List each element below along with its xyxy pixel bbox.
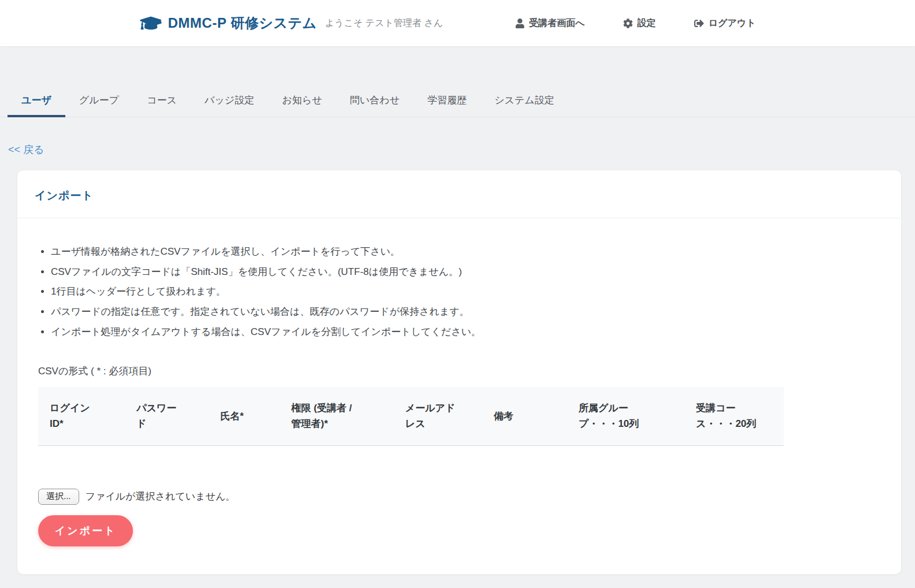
csv-col-password: パスワー ド <box>125 387 209 445</box>
header-inner: DMMC-P 研修システム ようこそ テスト管理者 さん 受講者画面へ 設定 ロ… <box>140 0 776 46</box>
file-input-row: 選択... ファイルが選択されていません。 <box>38 489 880 505</box>
tab-system-settings[interactable]: システム設定 <box>480 81 568 117</box>
instructions-list: ユーザ情報が格納されたCSVファイルを選択し、インポートを行って下さい。 CSV… <box>38 245 880 339</box>
gear-icon <box>623 18 633 28</box>
app-header: DMMC-P 研修システム ようこそ テスト管理者 さん 受講者画面へ 設定 ロ… <box>0 0 915 46</box>
tab-groups[interactable]: グループ <box>65 81 133 117</box>
csv-format-label: CSVの形式 ( * : 必須項目) <box>38 364 880 378</box>
csv-col-role: 権限 (受講者 / 管理者)* <box>280 387 394 445</box>
import-button[interactable]: インポート <box>38 515 133 546</box>
card-body: ユーザ情報が格納されたCSVファイルを選択し、インポートを行って下さい。 CSV… <box>17 218 901 574</box>
instruction-item: インポート処理がタイムアウトする場合は、CSVファイルを分割してインポートしてく… <box>51 325 880 340</box>
tab-badge-settings[interactable]: バッジ設定 <box>191 81 268 117</box>
header-nav: 受講者画面へ 設定 ログアウト <box>516 17 775 29</box>
csv-col-courses: 受講コー ス・・・20列 <box>684 387 784 445</box>
nav-label-logout: ログアウト <box>709 17 756 29</box>
nav-item-logout[interactable]: ログアウト <box>694 17 756 29</box>
app-title: DMMC-P 研修システム <box>168 14 317 32</box>
csv-col-groups: 所属グルー プ・・・10列 <box>567 387 684 445</box>
graduation-cap-icon <box>140 14 162 32</box>
user-icon <box>516 18 524 28</box>
instruction-item: ユーザ情報が格納されたCSVファイルを選択し、インポートを行って下さい。 <box>51 245 880 259</box>
back-link[interactable]: << 戻る <box>8 143 44 157</box>
main-tabbar: ユーザ グループ コース バッジ設定 お知らせ 問い合わせ 学習履歴 システム設… <box>0 81 915 117</box>
nav-label-settings: 設定 <box>638 17 656 29</box>
csv-col-login-id: ログイン ID* <box>38 387 125 445</box>
card-title: インポート <box>35 189 884 203</box>
tab-announcements[interactable]: お知らせ <box>268 81 336 117</box>
instruction-item: パスワードの指定は任意です。指定されていない場合は、既存のパスワードが保持されま… <box>51 305 880 319</box>
file-select-button[interactable]: 選択... <box>38 489 79 505</box>
tab-inquiries[interactable]: 問い合わせ <box>336 81 413 117</box>
tab-learning-history[interactable]: 学習履歴 <box>413 81 480 117</box>
logout-icon <box>694 18 704 28</box>
card-header: インポート <box>17 170 901 218</box>
csv-header-row: ログイン ID* パスワー ド 氏名* 権限 (受講者 / 管理者)* メールア… <box>38 387 784 445</box>
nav-item-student-screen[interactable]: 受講者画面へ <box>516 17 584 29</box>
instruction-item: 1行目はヘッダー行として扱われます。 <box>51 285 880 299</box>
instruction-item: CSVファイルの文字コードは「Shift-JIS」を使用してください。(UTF-… <box>51 265 880 280</box>
csv-format-table: ログイン ID* パスワー ド 氏名* 権限 (受講者 / 管理者)* メールア… <box>38 387 784 445</box>
nav-item-settings[interactable]: 設定 <box>623 17 656 29</box>
file-status-text: ファイルが選択されていません。 <box>86 490 236 503</box>
nav-label-student-screen: 受講者画面へ <box>529 17 584 29</box>
welcome-message: ようこそ テスト管理者 さん <box>325 17 443 29</box>
tab-users[interactable]: ユーザ <box>8 81 65 117</box>
csv-col-note: 備考 <box>482 387 567 445</box>
tab-courses[interactable]: コース <box>133 81 191 117</box>
csv-col-email: メールアド レス <box>394 387 482 445</box>
import-card: インポート ユーザ情報が格納されたCSVファイルを選択し、インポートを行って下さ… <box>17 170 901 574</box>
csv-col-name: 氏名* <box>209 387 280 445</box>
